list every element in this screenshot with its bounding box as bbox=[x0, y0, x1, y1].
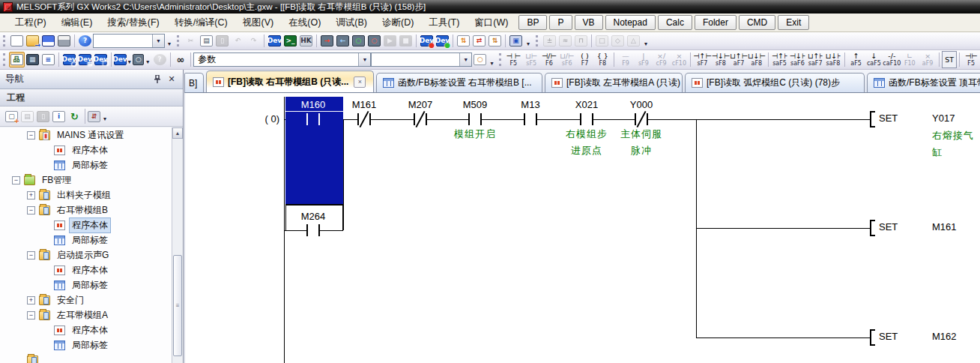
horizontal-line-button[interactable]: —F9 bbox=[617, 51, 635, 68]
menu-item-8[interactable]: 工具(T) bbox=[421, 14, 467, 32]
collapse-icon[interactable]: − bbox=[27, 311, 35, 320]
paste-icon[interactable]: ▯ bbox=[214, 33, 230, 49]
device-display-icon[interactable]: Dev▾ bbox=[114, 52, 133, 68]
toolbar-grip[interactable] bbox=[499, 53, 503, 66]
redo-icon[interactable]: ↷ bbox=[246, 33, 261, 49]
close-icon[interactable]: ✕ bbox=[166, 74, 178, 85]
pulse-monitor-icon[interactable]: ⊓ bbox=[573, 33, 589, 49]
contact-cell-M264[interactable] bbox=[295, 214, 331, 244]
tree-item-12[interactable]: −左耳带模组A bbox=[0, 308, 172, 322]
hex-key-icon[interactable]: HK bbox=[298, 33, 314, 49]
instruction-label[interactable]: SET bbox=[879, 112, 898, 124]
verify-with-plc-icon[interactable]: ○ bbox=[351, 33, 366, 49]
inline-st-button[interactable]: ST bbox=[942, 51, 958, 68]
instruction-label[interactable]: SET bbox=[879, 331, 898, 342]
contact-cell-Y000[interactable] bbox=[623, 103, 659, 133]
tree-item-10[interactable]: 局部标签 bbox=[0, 278, 172, 292]
vertical-line-button[interactable]: |sF9 bbox=[635, 51, 653, 68]
transfer-read-icon[interactable]: ⇄ bbox=[471, 33, 487, 49]
scale-icon[interactable]: △ bbox=[626, 33, 641, 49]
contact-cell-M13[interactable] bbox=[512, 103, 548, 133]
contact-cell-X021[interactable] bbox=[569, 103, 605, 133]
operand-label[interactable]: M162 bbox=[932, 331, 957, 342]
closed-contact-button[interactable]: ⊣/⊢F6 bbox=[540, 51, 558, 68]
find-binoculars-icon[interactable]: ∞ bbox=[172, 52, 188, 68]
new-project-icon[interactable] bbox=[9, 33, 25, 49]
transfer-write-icon[interactable]: ⇅ bbox=[487, 33, 503, 49]
copy-item-icon[interactable]: ▤ bbox=[19, 109, 35, 124]
pulse-up-button[interactable]: ↑aF5 bbox=[847, 51, 865, 68]
tree-item-4[interactable]: +出料夹子模组 bbox=[0, 188, 172, 202]
terminal-icon[interactable]: >_ bbox=[282, 33, 298, 49]
project-tree-icon[interactable]: 品 bbox=[9, 52, 25, 68]
menu-item-5[interactable]: 在线(O) bbox=[281, 14, 328, 32]
rising-pulse-button[interactable]: ⊣↑⊢sF7 bbox=[693, 51, 712, 68]
clipped-ladder-button[interactable]: ⊣⊢F5 bbox=[962, 51, 980, 68]
monitor-start-icon[interactable]: ▶ bbox=[382, 33, 398, 49]
quick-access-combo-dropdown-icon[interactable]: ▼ bbox=[152, 34, 164, 47]
scrollbar-thumb[interactable]: ≡ bbox=[173, 255, 182, 356]
help-icon[interactable]: ? bbox=[77, 33, 93, 49]
parameter-combo[interactable]: 参数▼ bbox=[193, 52, 371, 67]
parallel-rising-negation-button[interactable]: ⊔↑⊦saF7 bbox=[806, 51, 824, 68]
application-instruction-button[interactable]: { }F8 bbox=[593, 51, 611, 68]
tree-item-9[interactable]: 程序本体 bbox=[0, 262, 172, 278]
device-find-icon[interactable]: Dev○ bbox=[61, 52, 77, 68]
sampling-trace-icon[interactable]: □ bbox=[594, 33, 610, 49]
delete-line-button[interactable]: ×aF9 bbox=[919, 51, 937, 68]
menu-button-folder[interactable]: Folder bbox=[695, 15, 736, 30]
invert-operation-button[interactable]: -/-caF10 bbox=[883, 51, 901, 68]
device-edit-icon[interactable]: Dev● bbox=[435, 33, 450, 49]
tree-item-8[interactable]: −启动提示声G bbox=[0, 248, 172, 262]
menu-button-exit[interactable]: Exit bbox=[778, 15, 809, 30]
menu-button-calc[interactable]: Calc bbox=[658, 15, 692, 30]
tree-item-6[interactable]: 程序本体 bbox=[0, 218, 172, 232]
menu-item-2[interactable]: 搜索/替换(F) bbox=[100, 14, 166, 32]
sort-icon[interactable]: ⇵▾ bbox=[88, 109, 109, 124]
tree-item-13[interactable]: 程序本体 bbox=[0, 322, 172, 338]
open-contact-button[interactable]: ⊣ ⊢F5 bbox=[504, 51, 522, 68]
menu-button-vb[interactable]: VB bbox=[575, 15, 603, 30]
sort-icon-dropdown-icon[interactable]: ▾ bbox=[100, 109, 109, 124]
ladder-monitor-2-icon[interactable]: ≈ bbox=[557, 33, 573, 49]
menu-item-6[interactable]: 调试(B) bbox=[328, 14, 375, 32]
quick-access-combo[interactable]: ▼ bbox=[93, 34, 165, 48]
cut-icon[interactable]: ✂ bbox=[183, 33, 199, 49]
ladder-canvas[interactable]: M160M161M207M509模组开启M13X021右模组步进原点Y000主体… bbox=[185, 93, 980, 363]
list-view-icon[interactable]: ≡ bbox=[40, 52, 56, 68]
toolbar-overflow-icon-2[interactable]: ▾ bbox=[524, 32, 533, 50]
falling-pulse-button[interactable]: ⊣↓⊢sF8 bbox=[712, 51, 731, 68]
document-tab-5[interactable]: 函数/FB标签设置 顶耳带模 bbox=[867, 73, 980, 92]
tree-scrollbar[interactable]: ▲ ≡ bbox=[172, 128, 183, 363]
open-project-icon[interactable]: → bbox=[25, 33, 40, 49]
expand-icon[interactable]: + bbox=[27, 191, 35, 200]
expand-icon[interactable]: + bbox=[27, 296, 35, 304]
collapse-icon[interactable]: − bbox=[12, 176, 20, 184]
refresh-icon[interactable]: ↻ bbox=[67, 109, 82, 124]
undo-icon[interactable]: ↶ bbox=[230, 33, 246, 49]
read-from-plc-icon[interactable]: ← bbox=[335, 33, 351, 49]
toolbar-grip[interactable] bbox=[3, 53, 7, 66]
parallel-open-contact-button[interactable]: ⊔⊢sF5 bbox=[522, 51, 540, 68]
operand-label[interactable]: Y017 bbox=[932, 112, 955, 124]
tree-item-11[interactable]: +安全门 bbox=[0, 292, 172, 308]
collapse-icon[interactable]: − bbox=[27, 206, 35, 214]
find-target-combo-dropdown-icon[interactable]: ▼ bbox=[459, 53, 471, 66]
remote-operation-icon[interactable]: ○ bbox=[366, 33, 382, 49]
rising-pulse-negation-button[interactable]: ⊣↑⊦saF5 bbox=[771, 51, 789, 68]
tree-item-14[interactable]: 局部标签 bbox=[0, 338, 172, 352]
contact-cell-M509[interactable] bbox=[457, 103, 493, 133]
write-to-plc-icon[interactable]: → bbox=[319, 33, 335, 49]
operand-label[interactable]: M161 bbox=[932, 221, 957, 232]
menu-item-9[interactable]: 窗口(W) bbox=[467, 14, 515, 32]
device-list-icon[interactable]: Dev≡ bbox=[77, 52, 93, 68]
toolbar-grip[interactable] bbox=[3, 35, 7, 46]
document-tab-3[interactable]: [FB]读取 左耳带模组A (只读) (1... bbox=[545, 73, 683, 92]
contact-cell-M161[interactable] bbox=[346, 103, 382, 133]
document-tab-4[interactable]: [FB]读取 弧焊模组C (只读) (78)步 bbox=[685, 73, 865, 92]
pc-monitor-icon[interactable]: ▣ bbox=[508, 33, 524, 49]
menu-button-notepad[interactable]: Notepad bbox=[605, 15, 656, 30]
project-section-header[interactable]: 工程 bbox=[0, 89, 183, 106]
draw-line-button[interactable]: ∟F10 bbox=[901, 51, 919, 68]
toolbar-grip[interactable] bbox=[536, 35, 539, 46]
